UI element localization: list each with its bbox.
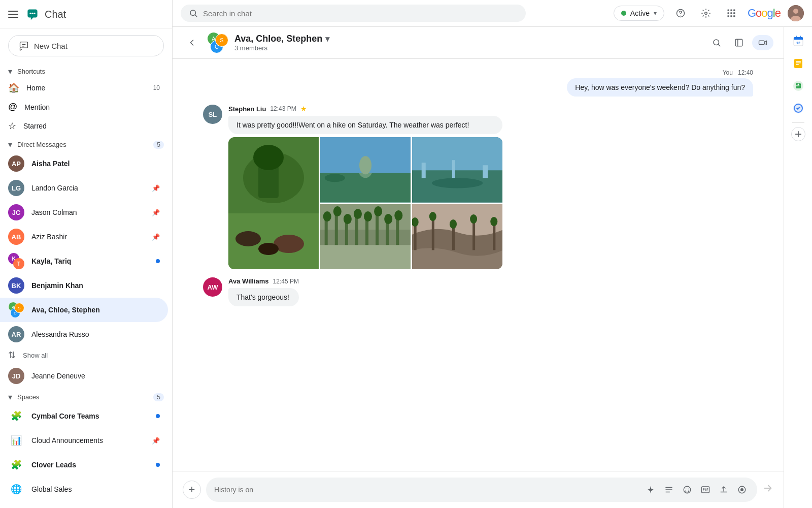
topbar-right: Active ▾	[614, 4, 804, 22]
outgoing-meta: You 12:40	[723, 69, 753, 76]
search-bar[interactable]	[181, 5, 526, 22]
shortcuts-section-header[interactable]: ▾ Shortcuts	[0, 62, 172, 78]
search-input[interactable]	[203, 9, 518, 18]
space-cymbal-core[interactable]: 🧩 Cymbal Core Teams	[0, 404, 168, 428]
add-app-button[interactable]	[791, 127, 805, 141]
message-input-box	[206, 478, 757, 502]
space-cloud-announcements[interactable]: 📊 Cloud Announcements 📌	[0, 428, 168, 453]
benjamin-avatar: BK	[8, 277, 24, 294]
add-attachment-button[interactable]: +	[183, 481, 201, 499]
dm-section-header[interactable]: ▾ Direct Messages 5	[0, 136, 172, 151]
google-meet-button[interactable]	[788, 76, 808, 96]
dm-show-all[interactable]: ⇅ Show all	[0, 346, 172, 364]
ava-chloe-stephen-avatar: A C S	[8, 302, 24, 318]
dm-benjamin-khan[interactable]: BK Benjamin Khan	[0, 273, 168, 298]
svg-rect-94	[796, 62, 801, 64]
chat-search-icon	[712, 38, 721, 47]
dm-aziz-bashir[interactable]: AB Aziz Bashir 📌	[0, 225, 168, 249]
message-input[interactable]	[214, 486, 638, 494]
photo-1[interactable]	[228, 137, 319, 269]
dm-aisha-patel[interactable]: AP Aisha Patel	[0, 151, 168, 176]
apps-button[interactable]	[722, 4, 740, 22]
photo-4[interactable]	[320, 204, 411, 270]
dm-landon-garcia[interactable]: LG Landon Garcia 📌	[0, 176, 168, 200]
starred-label: Starred	[23, 122, 160, 130]
ava-sender: Ava Williams	[228, 277, 269, 285]
menu-icon[interactable]	[8, 11, 18, 18]
chat-title[interactable]: Ava, Chloe, Stephen ▾	[234, 34, 701, 44]
google-keep-button[interactable]	[788, 53, 808, 74]
svg-rect-72	[452, 227, 455, 250]
video-call-button[interactable]	[752, 35, 773, 50]
aisha-avatar: AP	[8, 155, 24, 172]
dm-title: Direct Messages	[17, 141, 66, 148]
sidebar-toggle-icon	[734, 38, 743, 47]
svg-rect-44	[422, 163, 426, 178]
home-count: 10	[153, 84, 160, 91]
svg-point-2	[31, 13, 33, 14]
spaces-section-header[interactable]: ▾ Spaces 5	[0, 388, 172, 404]
cymbal-dot	[156, 414, 160, 418]
svg-point-79	[490, 217, 497, 226]
ava-bubble: That's gorgeous!	[228, 288, 299, 306]
new-chat-button[interactable]: New Chat	[8, 35, 164, 56]
status-pill[interactable]: Active ▾	[614, 6, 664, 21]
svg-rect-17	[727, 15, 729, 17]
photo-2[interactable]	[320, 137, 411, 203]
space-marketing-emea[interactable]: 📈 Marketing EMEA	[0, 501, 168, 508]
help-button[interactable]	[671, 4, 690, 22]
chat-sidebar-button[interactable]	[730, 34, 748, 52]
landon-pin-icon: 📌	[152, 184, 160, 192]
record-button[interactable]	[735, 483, 749, 497]
shortcuts-starred[interactable]: ☆ Starred	[0, 116, 168, 136]
shortcuts-home[interactable]: 🏠 Home 10	[0, 78, 168, 98]
topbar: Active ▾	[173, 0, 812, 27]
ai-button[interactable]	[644, 483, 658, 497]
photo-2-content	[320, 137, 411, 203]
dm-jeanne-deneuve[interactable]: JD Jeanne Deneuve	[0, 364, 168, 388]
dm-alessandra-russo[interactable]: AR Alessandra Russo	[0, 322, 168, 346]
svg-rect-70	[414, 225, 417, 250]
svg-rect-51	[335, 214, 338, 250]
dm-kayla-tariq[interactable]: K T Kayla, Tariq	[0, 249, 168, 273]
svg-point-32	[258, 243, 279, 255]
svg-point-97	[797, 84, 799, 85]
back-button[interactable]	[183, 34, 201, 52]
user-avatar[interactable]	[788, 5, 804, 21]
google-tasks-button[interactable]	[788, 98, 808, 118]
google-calendar-button[interactable]: 12	[788, 31, 808, 51]
emoji-button[interactable]	[680, 483, 694, 497]
space-global-sales[interactable]: 🌐 Global Sales	[0, 477, 168, 501]
gif-button[interactable]	[698, 483, 713, 497]
spaces-count: 5	[153, 393, 164, 401]
svg-point-82	[688, 489, 689, 490]
shortcuts-mention[interactable]: @ Mention	[0, 98, 168, 116]
message-stephen: SL Stephen Liu 12:43 PM ★ It was pretty …	[203, 105, 753, 269]
global-icon: 🌐	[8, 481, 24, 497]
photo-5-content	[412, 204, 502, 270]
photo-grid[interactable]	[228, 137, 502, 269]
home-label: Home	[26, 84, 146, 92]
space-clover-leads[interactable]: 🧩 Clover Leads	[0, 453, 168, 477]
ava-time: 12:45 PM	[273, 278, 299, 285]
dm-ava-chloe-stephen[interactable]: A C S Ava, Chloe, Stephen	[0, 298, 168, 322]
cloud-label: Cloud Announcements	[31, 436, 145, 444]
chat-search-button[interactable]	[707, 34, 726, 52]
photo-3[interactable]	[412, 137, 502, 203]
photo-5[interactable]	[412, 204, 502, 270]
upload-button[interactable]	[717, 483, 731, 497]
mention-label: Mention	[24, 103, 160, 111]
outgoing-bubble: Hey, how was everyone's weekend? Do anyt…	[567, 78, 753, 97]
stephen-star-icon[interactable]: ★	[300, 105, 307, 113]
svg-rect-93	[796, 61, 801, 62]
right-panel-divider	[792, 122, 804, 123]
settings-button[interactable]	[697, 4, 715, 22]
format-text-button[interactable]	[662, 483, 676, 497]
svg-point-61	[354, 209, 362, 219]
show-all-chevron-icon: ⇅	[8, 350, 16, 361]
svg-point-47	[432, 178, 483, 188]
dm-jason-colman[interactable]: JC Jason Colman 📌	[0, 200, 168, 225]
svg-rect-19	[733, 15, 735, 17]
send-button[interactable]	[762, 483, 773, 497]
shortcuts-title: Shortcuts	[17, 68, 45, 75]
